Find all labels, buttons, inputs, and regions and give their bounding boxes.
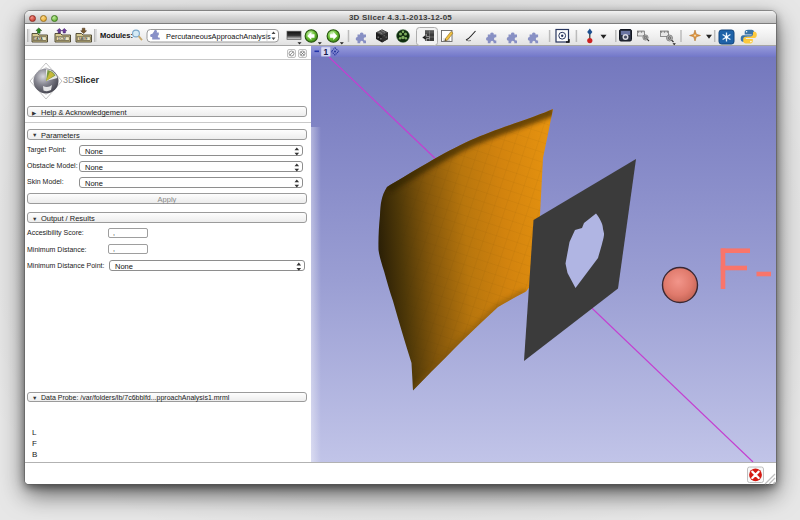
svg-text:1: 1 [324, 47, 329, 57]
svg-text:DCM: DCM [58, 37, 66, 41]
svg-text:Modules:: Modules: [100, 31, 133, 40]
svg-text:SAVE: SAVE [78, 37, 88, 41]
svg-text:DATA: DATA [34, 37, 43, 41]
svg-text:PercutaneousApproachAnalysis: PercutaneousApproachAnalysis [166, 32, 271, 41]
